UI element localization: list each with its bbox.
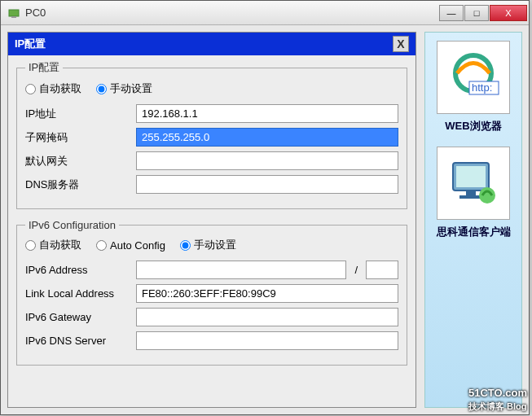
ipv6-prefix-input[interactable]: [366, 261, 398, 279]
window-title: PC0: [25, 7, 438, 19]
minimize-button[interactable]: —: [439, 5, 464, 21]
prefix-slash: /: [351, 264, 361, 276]
gateway-label: 默认网关: [25, 154, 131, 169]
cisco-client-label: 思科通信客户端: [437, 225, 511, 239]
ipv4-legend: IP配置: [25, 60, 63, 75]
gateway-input[interactable]: [136, 151, 398, 170]
close-button[interactable]: X: [490, 5, 527, 21]
titlebar[interactable]: PC0 — □ X: [1, 1, 529, 25]
ipv4-auto-radio[interactable]: 自动获取: [25, 81, 81, 96]
svg-rect-0: [9, 10, 19, 16]
ipv6-gateway-label: IPv6 Gateway: [25, 311, 131, 323]
svg-rect-1: [11, 16, 16, 18]
ipv6-dns-input[interactable]: [136, 331, 398, 350]
maximize-button[interactable]: □: [464, 5, 489, 21]
dns-input[interactable]: [136, 175, 398, 194]
ipv6-address-input[interactable]: [136, 261, 346, 279]
dns-label: DNS服务器: [25, 177, 131, 192]
ipv6-manual-radio[interactable]: 手动设置: [180, 238, 236, 252]
svg-rect-8: [459, 195, 482, 199]
ip-config-panel: IP配置 X IP配置 自动获取 手动设置 IP地址: [7, 32, 416, 408]
web-browser-icon[interactable]: http:: [437, 41, 510, 114]
panel-close-button[interactable]: X: [393, 36, 409, 52]
ip-address-label: IP地址: [25, 107, 131, 121]
panel-header: IP配置 X: [8, 33, 415, 55]
sidebar: http: WEB浏览器 思科通信客户端: [424, 32, 522, 408]
ipv6-legend: IPv6 Configuration: [25, 219, 119, 231]
app-icon: [7, 7, 20, 20]
svg-text:http:: http:: [472, 81, 492, 94]
svg-rect-6: [456, 166, 486, 187]
ipv6-dns-label: IPv6 DNS Server: [25, 335, 131, 347]
linklocal-label: Link Local Address: [25, 287, 131, 300]
app-window: PC0 — □ X IP配置 X IP配置 自动获取 手动设置: [0, 0, 530, 415]
ipv4-manual-radio[interactable]: 手动设置: [96, 81, 152, 96]
svg-rect-7: [466, 190, 476, 195]
ip-address-input[interactable]: [136, 104, 398, 123]
ipv6-address-label: IPv6 Address: [25, 264, 131, 276]
linklocal-input[interactable]: [136, 284, 398, 303]
ipv6-gateway-input[interactable]: [136, 308, 398, 326]
panel-title: IP配置: [15, 37, 46, 51]
ipv6-auto-radio[interactable]: 自动获取: [25, 238, 81, 252]
cisco-client-icon[interactable]: [437, 147, 510, 220]
svg-point-9: [479, 187, 495, 204]
ipv6-fieldset: IPv6 Configuration 自动获取 Auto Config 手动设置…: [16, 219, 407, 366]
subnet-mask-input[interactable]: [136, 128, 398, 147]
ipv4-fieldset: IP配置 自动获取 手动设置 IP地址 子网掩码: [16, 60, 407, 209]
web-browser-label: WEB浏览器: [445, 119, 501, 134]
subnet-mask-label: 子网掩码: [25, 130, 131, 145]
ipv6-autoconfig-radio[interactable]: Auto Config: [96, 239, 165, 252]
